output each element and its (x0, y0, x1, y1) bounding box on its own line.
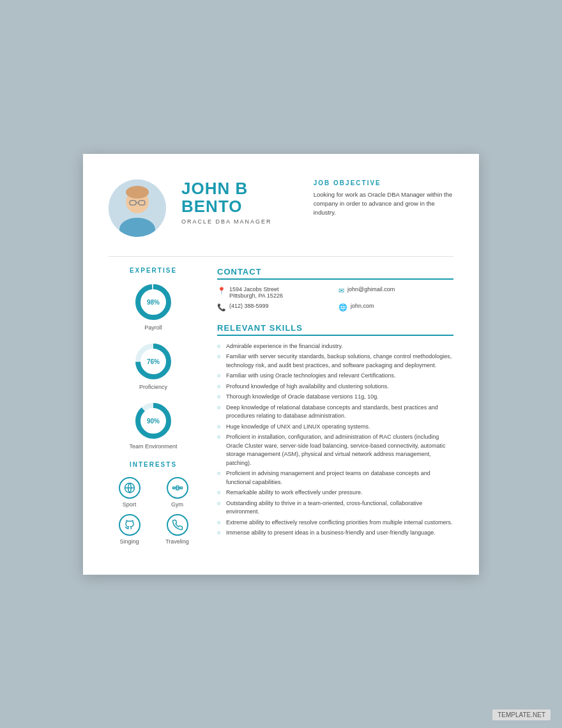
contact-section: CONTACT 📍 1594 Jacobs Street Pittsburgh,… (217, 267, 453, 312)
skill-item: Familiar with server security standards,… (217, 353, 453, 370)
traveling-icon (167, 514, 188, 536)
email-icon: ✉ (338, 287, 344, 295)
skill-item: Huge knowledge of UNIX and LINUX operati… (217, 423, 453, 432)
address-text: 1594 Jacobs Street Pittsburgh, PA 15226 (229, 286, 283, 299)
svg-point-3 (126, 186, 149, 199)
proficiency-pct: 76% (147, 358, 160, 365)
location-icon: 📍 (217, 287, 226, 295)
contact-phone: 📞 (412) 388-5999 (217, 303, 332, 312)
objective-text: Looking for work as Oracle DBA Manager w… (314, 190, 453, 218)
job-title: ORACLE DBA MANAGER (181, 218, 298, 225)
donut-payroll: 98% Payroll (109, 283, 198, 331)
phone-icon: 📞 (217, 303, 226, 312)
objective-block: JOB OBJECTIVE Looking for work as Oracle… (314, 179, 453, 218)
expertise-label: EXPERTISE (109, 267, 198, 274)
sport-label: Sport (123, 501, 137, 508)
interest-sport: Sport (109, 477, 150, 508)
sport-icon (119, 477, 140, 499)
page-background: JOHN B BENTO ORACLE DBA MANAGER JOB OBJE… (0, 0, 562, 728)
interests-label: INTERESTS (109, 461, 198, 468)
phone-text: (412) 388-5999 (229, 303, 269, 309)
traveling-label: Traveling (165, 538, 189, 545)
contact-address: 📍 1594 Jacobs Street Pittsburgh, PA 1522… (217, 286, 332, 299)
skill-item: Remarkable ability to work effectively u… (217, 489, 453, 497)
interest-traveling: Traveling (156, 514, 198, 545)
contact-title: CONTACT (217, 267, 453, 280)
contact-grid: 📍 1594 Jacobs Street Pittsburgh, PA 1522… (217, 286, 453, 312)
donut-team: 90% Team Environment (109, 402, 198, 450)
donut-chart-team: 90% (134, 402, 172, 440)
team-pct: 90% (147, 417, 160, 424)
svg-rect-14 (172, 487, 174, 489)
resume-header: JOHN B BENTO ORACLE DBA MANAGER JOB OBJE… (109, 179, 453, 237)
website-icon: 🌐 (338, 303, 347, 312)
skill-item: Outstanding ability to thrive in a team-… (217, 499, 453, 517)
skills-title: RELEVANT SKILLS (217, 323, 453, 336)
main-content: CONTACT 📍 1594 Jacobs Street Pittsburgh,… (217, 267, 453, 549)
header-divider (109, 256, 453, 257)
donut-proficiency: 76% Proficiency (109, 342, 198, 390)
contact-email: ✉ john@ghimail.com (338, 286, 453, 299)
proficiency-label: Proficiency (139, 384, 167, 390)
sidebar: EXPERTISE 98% Payroll (109, 267, 198, 549)
main-layout: EXPERTISE 98% Payroll (109, 267, 453, 549)
expertise-section: EXPERTISE 98% Payroll (109, 267, 198, 450)
team-label: Team Environment (129, 443, 177, 450)
skill-item: Admirable experience in the financial in… (217, 342, 453, 351)
gym-label: Gym (171, 501, 183, 508)
payroll-pct: 98% (147, 298, 160, 305)
name-block: JOHN B BENTO ORACLE DBA MANAGER (181, 179, 298, 225)
skill-item: Thorough knowledge of Oracle database ve… (217, 393, 453, 402)
full-name: JOHN B BENTO (181, 179, 298, 216)
skill-item: Extreme ability to effectively resolve c… (217, 519, 453, 527)
interest-singing: Singing (109, 514, 150, 545)
skill-item: Immense ability to present ideas in a bu… (217, 529, 453, 538)
singing-icon (119, 514, 140, 536)
interests-section: INTERESTS Sport (109, 461, 198, 545)
payroll-label: Payroll (144, 324, 162, 331)
donut-chart-payroll: 98% (134, 283, 172, 321)
email-text: john@ghimail.com (347, 286, 395, 292)
skill-item: Deep knowledge of relational database co… (217, 404, 453, 421)
skill-item: Familiar with using Oracle technologies … (217, 372, 453, 381)
watermark: TEMPLATE.NET (492, 709, 551, 720)
contact-website: 🌐 john.com (338, 303, 453, 312)
avatar (109, 179, 166, 237)
objective-label: JOB OBJECTIVE (314, 179, 453, 186)
svg-rect-15 (180, 487, 182, 489)
singing-label: Singing (119, 538, 139, 545)
skills-section: RELEVANT SKILLS Admirable experience in … (217, 323, 453, 538)
skill-item: Proficient in installation, configuratio… (217, 433, 453, 467)
resume-document: JOHN B BENTO ORACLE DBA MANAGER JOB OBJE… (83, 154, 479, 575)
skills-list: Admirable experience in the financial in… (217, 342, 453, 538)
skill-item: Proficient in advising management and pr… (217, 469, 453, 487)
gym-icon (167, 477, 188, 499)
interests-grid: Sport Gym (109, 477, 198, 545)
donut-chart-proficiency: 76% (134, 342, 172, 381)
interest-gym: Gym (156, 477, 198, 508)
skill-item: Profound knowledge of high availability … (217, 383, 453, 391)
website-text: john.com (351, 303, 374, 309)
